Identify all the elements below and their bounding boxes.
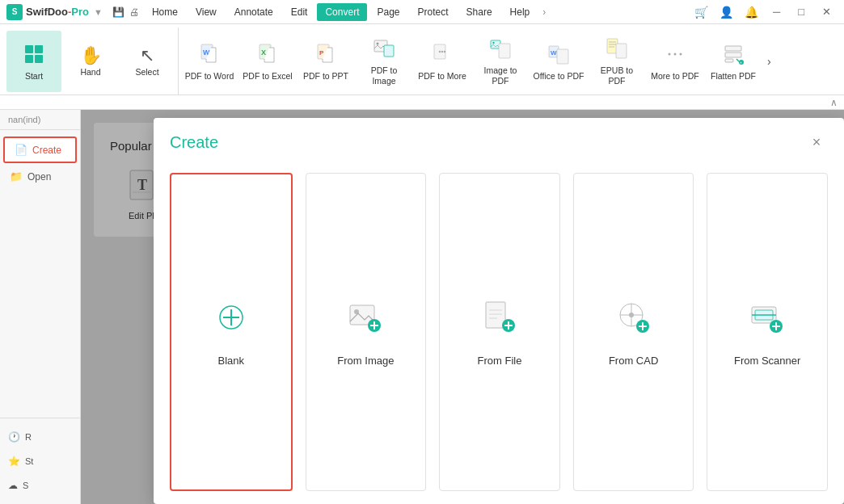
office-to-pdf-label: Office to PDF	[534, 71, 584, 82]
toolbar-scroll-button[interactable]: ›	[764, 27, 774, 94]
create-modal: Create × Blank	[154, 118, 844, 504]
pdf-to-excel-button[interactable]: X PDF to Excel	[240, 31, 295, 92]
cloud-icon: ☁	[8, 480, 18, 491]
starred-label: St	[25, 456, 33, 466]
svg-point-27	[680, 52, 682, 55]
more-menu[interactable]: ›	[538, 6, 551, 18]
modal-overlay[interactable]: Create × Blank	[81, 110, 844, 504]
cloud-label: S	[23, 481, 28, 490]
pdf-to-word-icon: W	[198, 43, 221, 69]
start-button[interactable]: Start	[6, 31, 61, 92]
svg-rect-24	[616, 44, 627, 58]
dropdown-arrow[interactable]: ▼	[94, 7, 103, 17]
create-icon: 📄	[15, 144, 27, 156]
epub-to-pdf-icon	[606, 37, 628, 63]
pdf-to-ppt-button[interactable]: P PDF to PPT	[298, 31, 353, 92]
left-panel-items: 🕐 R ⭐ St ☁ S	[0, 418, 80, 504]
from-scanner-option[interactable]: From Scanner	[707, 173, 828, 491]
recent-icon: 🕐	[8, 431, 20, 443]
collapse-bar: ∧	[0, 95, 844, 110]
modal-close-button[interactable]: ×	[805, 131, 828, 153]
epub-to-pdf-button[interactable]: EPUB to PDF	[589, 31, 644, 92]
svg-point-25	[669, 52, 671, 55]
left-sidebar: nan(ind) 📄 Create 📁 Open 🕐 R ⭐ St ☁	[0, 110, 81, 504]
svg-rect-2	[25, 55, 33, 63]
starred-item[interactable]: ⭐ St	[0, 449, 80, 473]
from-cad-option[interactable]: From CAD	[573, 173, 694, 491]
toolbar-basic-group: Start ✋ Hand ↖ Select	[3, 27, 179, 94]
open-label: Open	[27, 171, 51, 183]
create-label: Create	[32, 145, 61, 156]
close-button[interactable]: ✕	[816, 0, 838, 24]
from-cad-icon	[614, 297, 654, 345]
bell-icon[interactable]: 🔔	[741, 6, 762, 19]
select-button[interactable]: ↖ Select	[120, 31, 175, 92]
menu-share[interactable]: Share	[458, 3, 500, 21]
open-nav-item[interactable]: 📁 Open	[0, 165, 80, 188]
pdf-to-excel-icon: X	[256, 43, 279, 69]
breadcrumb: nan(ind)	[0, 110, 80, 129]
nav-items: 📄 Create 📁 Open	[0, 130, 80, 193]
svg-point-18	[492, 42, 494, 44]
modal-title: Create	[170, 133, 218, 152]
hand-button[interactable]: ✋ Hand	[63, 31, 118, 92]
office-to-pdf-button[interactable]: W Office to PDF	[531, 31, 586, 92]
print-icon[interactable]: 🖨	[129, 6, 139, 18]
pdf-to-image-button[interactable]: PDF to Image	[357, 31, 411, 92]
modal-body: Blank	[154, 160, 844, 504]
cloud-item[interactable]: ☁ S	[0, 473, 80, 498]
menu-page[interactable]: Page	[369, 3, 407, 21]
select-label: Select	[135, 67, 158, 78]
maximize-button[interactable]: □	[791, 0, 811, 24]
svg-rect-3	[35, 55, 43, 63]
blank-option[interactable]: Blank	[170, 173, 293, 491]
menu-convert[interactable]: Convert	[317, 3, 367, 21]
flatten-pdf-label: Flatten PDF	[711, 71, 756, 82]
svg-text:X: X	[261, 48, 266, 57]
svg-rect-30	[725, 59, 733, 62]
svg-rect-29	[725, 52, 741, 57]
collapse-toolbar-button[interactable]: ∧	[830, 97, 838, 108]
save-icon[interactable]: 💾	[112, 6, 124, 18]
hand-icon: ✋	[80, 47, 102, 65]
menu-help[interactable]: Help	[502, 3, 538, 21]
menu-protect[interactable]: Protect	[410, 3, 457, 21]
pdf-to-ppt-label: PDF to PPT	[303, 71, 348, 82]
more-to-pdf-label: More to PDF	[651, 71, 699, 82]
image-to-pdf-button[interactable]: Image to PDF	[473, 31, 528, 92]
app-logo: S SwifDoo-Pro ▼	[6, 4, 103, 20]
svg-rect-12	[384, 45, 394, 57]
menu-annotate[interactable]: Annotate	[226, 3, 281, 21]
pdf-to-more-label: PDF to More	[418, 71, 466, 82]
create-nav-item[interactable]: 📄 Create	[3, 136, 77, 163]
star-icon: ⭐	[8, 456, 20, 467]
menu-bar: Home View Annotate Edit Convert Page Pro…	[144, 3, 538, 21]
menu-home[interactable]: Home	[144, 3, 186, 21]
pdf-to-excel-label: PDF to Excel	[243, 71, 292, 82]
svg-point-14	[439, 51, 441, 52]
from-image-option[interactable]: From Image	[306, 173, 427, 491]
blank-icon	[211, 297, 251, 345]
pdf-to-more-icon	[431, 43, 454, 69]
start-icon	[23, 43, 45, 69]
menu-view[interactable]: View	[188, 3, 225, 21]
titlebar-actions: 🛒 👤 🔔 ─ □ ✕	[691, 0, 838, 24]
recent-item[interactable]: 🕐 R	[0, 425, 80, 449]
office-to-pdf-icon: W	[547, 43, 570, 69]
cart-icon[interactable]: 🛒	[691, 6, 711, 19]
flatten-pdf-button[interactable]: + Flatten PDF	[706, 31, 761, 92]
more-to-pdf-button[interactable]: More to PDF	[648, 31, 703, 92]
svg-point-79	[629, 313, 634, 317]
from-scanner-icon	[747, 297, 787, 345]
user-icon[interactable]: 👤	[716, 6, 736, 19]
pdf-to-more-button[interactable]: PDF to More	[415, 31, 470, 92]
from-image-label: From Image	[337, 355, 394, 367]
minimize-button[interactable]: ─	[766, 0, 787, 24]
recent-label: R	[25, 432, 32, 442]
svg-point-11	[377, 43, 379, 45]
blank-label: Blank	[218, 355, 245, 367]
svg-rect-19	[499, 44, 510, 58]
pdf-to-word-button[interactable]: W PDF to Word	[182, 31, 237, 92]
from-file-option[interactable]: From File	[439, 173, 560, 491]
menu-edit[interactable]: Edit	[283, 3, 316, 21]
